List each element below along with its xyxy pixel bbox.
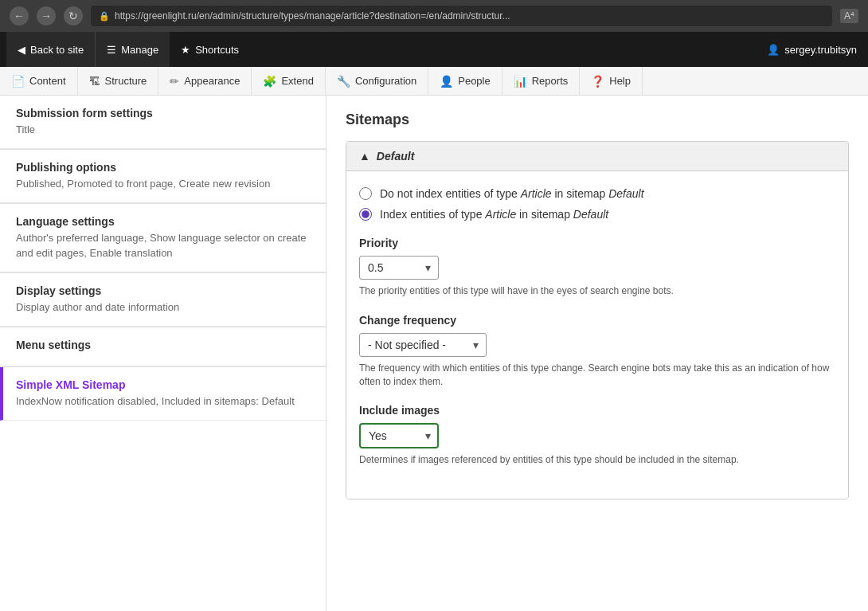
menu-item-configuration[interactable]: 🔧 Configuration: [326, 67, 428, 95]
sidebar-item-label: Submission form settings: [16, 107, 310, 119]
configuration-label: Configuration: [355, 75, 416, 87]
include-images-help-text: Determines if images referenced by entit…: [359, 453, 835, 467]
sidebar-item-label: Publishing options: [16, 161, 310, 174]
radio-do-not-index-label: Do not index entities of type Article in…: [380, 187, 644, 200]
menu-item-extend[interactable]: 🧩 Extend: [252, 67, 325, 95]
default-section-card: ▲ Default Do not index entities of type …: [346, 141, 849, 499]
back-to-site-label: Back to site: [30, 44, 84, 56]
lock-icon: 🔒: [99, 11, 110, 22]
sidebar-item-label: Menu settings: [16, 339, 310, 351]
change-frequency-select-wrapper: - Not specified - Always Hourly Daily We…: [359, 333, 487, 357]
section-body: Do not index entities of type Article in…: [346, 171, 848, 499]
reports-label: Reports: [532, 75, 569, 87]
hamburger-icon: ☰: [107, 44, 116, 56]
include-images-field-group: Include images Yes No Determines if imag…: [359, 404, 835, 467]
structure-icon: 🏗: [89, 75, 100, 88]
menu-item-appearance[interactable]: ✏ Appearance: [158, 67, 252, 95]
manage-label: Manage: [121, 44, 158, 56]
content-icon: 📄: [11, 75, 25, 88]
a11y-label: A⁴: [840, 9, 858, 23]
help-icon: ❓: [591, 75, 604, 88]
sidebar-item-publishing-options[interactable]: Publishing options Published, Promoted t…: [0, 150, 326, 203]
change-frequency-field-group: Change frequency - Not specified - Alway…: [359, 314, 835, 389]
index-radio-group: Do not index entities of type Article in…: [359, 187, 835, 221]
sidebar-item-label: Language settings: [16, 215, 310, 228]
extend-label: Extend: [281, 75, 313, 87]
menu-item-help[interactable]: ❓ Help: [580, 67, 643, 95]
priority-label: Priority: [359, 237, 835, 249]
sidebar-item-description: Author's preferred language, Show langua…: [16, 231, 310, 260]
sidebar-item-label: Display settings: [16, 284, 310, 297]
manage-button[interactable]: ☰ Manage: [96, 32, 170, 67]
user-menu-button[interactable]: 👤 sergey.trubitsyn: [756, 32, 868, 67]
back-button[interactable]: ←: [10, 6, 29, 25]
menu-item-structure[interactable]: 🏗 Structure: [78, 67, 159, 95]
change-frequency-label: Change frequency: [359, 314, 835, 327]
radio-do-not-index-input[interactable]: [359, 187, 372, 200]
structure-label: Structure: [105, 75, 147, 87]
back-arrow-icon: ◀: [18, 44, 25, 56]
priority-field-group: Priority 0.5 0.1 0.2 0.3 0.4 0.6 0.7 0.8…: [359, 237, 835, 298]
include-images-label: Include images: [359, 404, 835, 417]
sidebar-item-language-settings[interactable]: Language settings Author's preferred lan…: [0, 204, 326, 272]
sidebar-item-description: Published, Promoted to front page, Creat…: [16, 177, 310, 191]
shortcuts-label: Shortcuts: [195, 44, 239, 56]
include-images-select[interactable]: Yes No: [359, 423, 439, 448]
menu-item-reports[interactable]: 📊 Reports: [502, 67, 581, 95]
menu-item-content[interactable]: 📄 Content: [0, 67, 78, 95]
radio-do-not-index[interactable]: Do not index entities of type Article in…: [359, 187, 835, 200]
admin-nav: ◀ Back to site ☰ Manage ★ Shortcuts 👤 se…: [0, 32, 868, 67]
sidebar-item-description: IndexNow notification disabled, Included…: [16, 394, 310, 409]
right-panel: Sitemaps ▲ Default Do not index entities…: [326, 96, 868, 611]
drupal-menu: 📄 Content 🏗 Structure ✏ Appearance 🧩 Ext…: [0, 67, 868, 96]
forward-button[interactable]: →: [37, 6, 56, 25]
people-label: People: [458, 75, 490, 87]
address-bar[interactable]: 🔒 https://greenlight.ru/en/admin/structu…: [91, 6, 832, 26]
change-frequency-help-text: The frequency with which entities of thi…: [359, 362, 835, 389]
sidebar-item-display-settings[interactable]: Display settings Display author and date…: [0, 273, 326, 327]
browser-bar: ← → ↻ 🔒 https://greenlight.ru/en/admin/s…: [0, 0, 868, 32]
user-label: sergey.trubitsyn: [784, 44, 857, 56]
content-label: Content: [29, 75, 66, 87]
radio-index-entities-input[interactable]: [359, 208, 372, 221]
change-frequency-select[interactable]: - Not specified - Always Hourly Daily We…: [359, 333, 487, 357]
radio-index-entities-label: Index entities of type Article in sitema…: [380, 208, 608, 221]
include-images-select-wrapper: Yes No: [359, 423, 439, 448]
reports-icon: 📊: [514, 75, 527, 88]
extend-icon: 🧩: [263, 75, 276, 88]
url-text: https://greenlight.ru/en/admin/structure…: [115, 10, 510, 22]
collapse-icon[interactable]: ▲: [359, 150, 370, 163]
sidebar-item-description: Title: [16, 123, 310, 137]
refresh-button[interactable]: ↻: [64, 6, 83, 25]
section-title: Default: [377, 150, 414, 163]
appearance-label: Appearance: [184, 75, 240, 87]
star-icon: ★: [181, 44, 190, 56]
menu-item-people[interactable]: 👤 People: [428, 67, 502, 95]
page-title: Sitemaps: [346, 112, 849, 128]
settings-sidebar: Submission form settings Title Publishin…: [0, 96, 326, 611]
user-icon: 👤: [767, 44, 780, 56]
main-content: Submission form settings Title Publishin…: [0, 96, 868, 611]
sidebar-item-label: Simple XML Sitemap: [16, 378, 310, 391]
people-icon: 👤: [440, 75, 453, 88]
help-label: Help: [609, 75, 631, 87]
section-header: ▲ Default: [346, 142, 848, 171]
appearance-icon: ✏: [170, 75, 179, 88]
configuration-icon: 🔧: [337, 75, 350, 88]
priority-select-wrapper: 0.5 0.1 0.2 0.3 0.4 0.6 0.7 0.8 0.9 1.0: [359, 256, 439, 280]
sidebar-item-simple-xml-sitemap[interactable]: Simple XML Sitemap IndexNow notification…: [0, 367, 326, 421]
priority-select[interactable]: 0.5 0.1 0.2 0.3 0.4 0.6 0.7 0.8 0.9 1.0: [359, 256, 439, 280]
shortcuts-button[interactable]: ★ Shortcuts: [170, 32, 250, 67]
priority-help-text: The priority entities of this type will …: [359, 284, 835, 298]
sidebar-item-submission-form-settings[interactable]: Submission form settings Title: [0, 96, 326, 149]
radio-index-entities[interactable]: Index entities of type Article in sitema…: [359, 208, 835, 221]
back-to-site-button[interactable]: ◀ Back to site: [6, 32, 96, 67]
sidebar-item-description: Display author and date information: [16, 300, 310, 315]
sidebar-item-menu-settings[interactable]: Menu settings: [0, 327, 326, 366]
